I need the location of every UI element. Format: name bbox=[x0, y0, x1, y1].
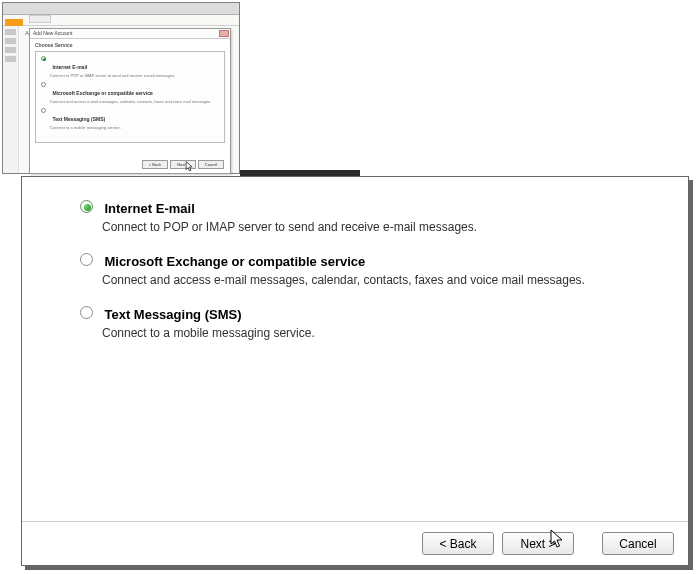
thumbnail-cancel-button: Cancel bbox=[198, 160, 224, 169]
thumbnail-dialog-title: Add New Account bbox=[30, 29, 230, 37]
radio-microsoft-exchange[interactable] bbox=[80, 253, 93, 266]
option-description: Connect to POP or IMAP server to send an… bbox=[102, 220, 660, 234]
thumbnail-dialog: Add New Account Choose Service Internet … bbox=[29, 28, 231, 174]
thumbnail-sidebar bbox=[3, 26, 19, 173]
radio-icon bbox=[41, 108, 46, 113]
option-description: Connect to a mobile messaging service. bbox=[102, 326, 660, 340]
thumbnail-options-box: Internet E-mail Connect to POP or IMAP s… bbox=[35, 51, 225, 143]
thumbnail-back-button: < Back bbox=[142, 160, 168, 169]
choose-service-dialog: Internet E-mail Connect to POP or IMAP s… bbox=[21, 176, 689, 566]
option-microsoft-exchange[interactable]: Microsoft Exchange or compatible service… bbox=[80, 252, 660, 287]
option-text-messaging[interactable]: Text Messaging (SMS) Connect to a mobile… bbox=[80, 305, 660, 340]
option-title: Internet E-mail bbox=[104, 201, 194, 216]
thumbnail-ribbon bbox=[3, 15, 239, 26]
close-icon bbox=[219, 30, 229, 37]
option-title: Text Messaging (SMS) bbox=[104, 307, 241, 322]
thumbnail-titlebar bbox=[3, 3, 239, 15]
option-internet-email[interactable]: Internet E-mail Connect to POP or IMAP s… bbox=[80, 199, 660, 234]
thumbnail-next-button: Next > bbox=[170, 160, 196, 169]
next-button[interactable]: Next > bbox=[502, 532, 574, 555]
option-description: Connect and access e-mail messages, cale… bbox=[102, 273, 660, 287]
radio-text-messaging[interactable] bbox=[80, 306, 93, 319]
cancel-button[interactable]: Cancel bbox=[602, 532, 674, 555]
back-button[interactable]: < Back bbox=[422, 532, 494, 555]
ribbon-tab bbox=[29, 15, 51, 23]
thumbnail-window: Account Information Add New Account Choo… bbox=[2, 2, 240, 174]
thumbnail-dialog-subtitle: Choose Service bbox=[30, 39, 230, 49]
option-title: Microsoft Exchange or compatible service bbox=[104, 254, 365, 269]
dialog-body: Internet E-mail Connect to POP or IMAP s… bbox=[22, 177, 688, 521]
radio-icon bbox=[41, 56, 46, 61]
dialog-footer: < Back Next > Cancel bbox=[22, 521, 688, 565]
radio-internet-email[interactable] bbox=[80, 200, 93, 213]
radio-icon bbox=[41, 82, 46, 87]
